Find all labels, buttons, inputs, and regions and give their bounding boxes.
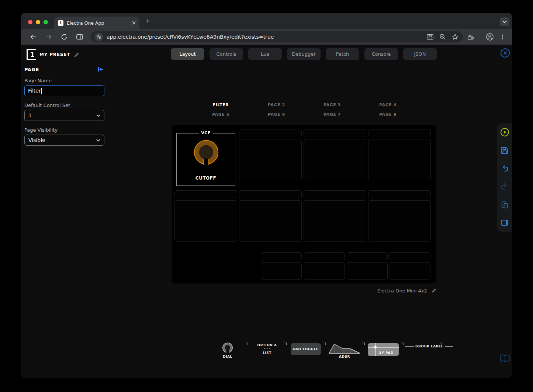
- pad-slot[interactable]: [304, 262, 345, 280]
- paste-icon[interactable]: [500, 200, 509, 209]
- pad-slot[interactable]: [390, 262, 430, 280]
- page-tab-8[interactable]: PAGE 8: [360, 110, 416, 119]
- zoom-window-button[interactable]: [44, 20, 48, 24]
- editor-tabs: Layout Controls Lua Debugger Patch Conso…: [171, 48, 437, 60]
- control-slot[interactable]: [239, 200, 302, 242]
- pad-slot[interactable]: [390, 252, 430, 260]
- site-info-button[interactable]: [95, 33, 103, 41]
- control-slot[interactable]: [304, 190, 366, 198]
- palette-divider: [362, 343, 365, 345]
- tab-close-icon[interactable]: [132, 21, 136, 25]
- cutoff-dial[interactable]: [192, 138, 220, 166]
- profile-avatar-icon[interactable]: [486, 33, 494, 41]
- edit-preset-pencil-icon[interactable]: [74, 52, 79, 58]
- visibility-label: Page Visibility: [24, 127, 104, 133]
- edit-device-pencil-icon[interactable]: [431, 288, 436, 293]
- collapse-panel-icon[interactable]: [98, 67, 104, 72]
- back-icon[interactable]: [30, 33, 37, 41]
- tab-patch[interactable]: Patch: [326, 48, 359, 60]
- redo-icon[interactable]: [500, 182, 509, 191]
- control-slot[interactable]: [174, 190, 237, 198]
- visibility-select[interactable]: Visible: [24, 135, 104, 146]
- page-tab-7[interactable]: PAGE 7: [304, 110, 360, 119]
- page-panel: PAGE Page Name Filter Default Control Se…: [24, 67, 104, 146]
- toolbar-right-cluster: [467, 33, 508, 41]
- tune-icon: [97, 35, 101, 39]
- control-set-select[interactable]: 1: [24, 110, 104, 121]
- save-icon[interactable]: [500, 146, 509, 155]
- control-label: CUTOFF: [177, 176, 235, 181]
- preset-name: MY PRESET: [39, 52, 70, 57]
- layout-canvas[interactable]: VCF CUTOFF: [171, 125, 436, 284]
- palette-list[interactable]: OPTION A ••• LIST: [254, 343, 280, 355]
- control-slot[interactable]: [304, 129, 366, 137]
- undo-icon[interactable]: [500, 164, 509, 173]
- tab-json[interactable]: JSON: [403, 48, 437, 60]
- page-tab-6[interactable]: PAGE 6: [249, 110, 304, 119]
- forward-icon[interactable]: [45, 33, 52, 41]
- control-slot[interactable]: [304, 139, 366, 180]
- control-slot[interactable]: [368, 190, 431, 198]
- pad-slot[interactable]: [261, 262, 302, 280]
- page-tabs: FILTER PAGE 2 PAGE 3 PAGE 4 PAGE 5 PAGE …: [193, 100, 416, 119]
- control-slot[interactable]: [174, 200, 237, 242]
- page-tab-4[interactable]: PAGE 4: [360, 100, 416, 110]
- pad-slot[interactable]: [261, 252, 302, 260]
- page-tab-2[interactable]: PAGE 2: [249, 100, 304, 110]
- pad-slot[interactable]: [304, 252, 345, 260]
- list-dots-icon: •••: [262, 347, 272, 350]
- vcf-group[interactable]: VCF CUTOFF: [176, 133, 235, 186]
- control-slot[interactable]: [368, 200, 431, 242]
- xy-pad-icon: XY PAD: [368, 343, 399, 356]
- electra-app: 1 MY PRESET Layout Controls Lua Debugger…: [21, 45, 512, 378]
- browser-tab[interactable]: 1 Electra One App: [54, 17, 139, 29]
- dial-icon: [222, 342, 233, 354]
- tab-layout[interactable]: Layout: [171, 48, 204, 60]
- preset-header: 1 MY PRESET: [27, 49, 79, 60]
- bookmark-star-icon[interactable]: [452, 34, 458, 40]
- palette-divider: [246, 343, 248, 345]
- documentation-book-icon[interactable]: [500, 354, 510, 363]
- page-tab-5[interactable]: PAGE 5: [193, 110, 249, 119]
- page-name-input[interactable]: Filter: [24, 85, 104, 96]
- control-slot[interactable]: [239, 139, 302, 180]
- palette-xy-pad[interactable]: XY PAD: [368, 343, 399, 356]
- midi-keyboard-icon[interactable]: [427, 34, 433, 40]
- pad-slot[interactable]: [347, 252, 388, 260]
- minimize-window-button[interactable]: [36, 20, 40, 24]
- new-tab-button[interactable]: [145, 18, 150, 24]
- tab-console[interactable]: Console: [364, 48, 398, 60]
- tab-title: Electra One App: [67, 20, 132, 26]
- run-preset-icon[interactable]: [500, 128, 509, 137]
- tab-controls[interactable]: Controls: [210, 48, 243, 60]
- url-text[interactable]: app.electra.one/preset/cRVi6svKYcLwe6A9n…: [107, 34, 421, 40]
- control-slot[interactable]: [239, 129, 302, 137]
- close-window-button[interactable]: [28, 20, 32, 24]
- toggle-panel-icon[interactable]: [500, 218, 509, 227]
- page-tab-3[interactable]: PAGE 3: [304, 100, 360, 110]
- zoom-out-icon[interactable]: [439, 34, 446, 40]
- tab-search-button[interactable]: [500, 17, 509, 26]
- menu-kebab-icon[interactable]: [499, 34, 505, 40]
- reload-icon[interactable]: [60, 33, 68, 41]
- palette-dial[interactable]: DIAL: [215, 342, 240, 358]
- pad-slot[interactable]: [347, 262, 388, 280]
- tab-lua[interactable]: Lua: [248, 48, 282, 60]
- side-panel-icon[interactable]: [76, 33, 83, 41]
- extensions-icon[interactable]: [467, 33, 474, 41]
- browser-tabstrip: 1 Electra One App: [21, 13, 512, 29]
- tab-debugger[interactable]: Debugger: [287, 48, 321, 60]
- adsr-envelope-icon: [328, 343, 361, 354]
- page-tab-filter[interactable]: FILTER: [193, 100, 249, 110]
- palette-pad-toggle[interactable]: PAD TOGGLE: [291, 343, 321, 355]
- palette-adsr[interactable]: ADSR: [328, 343, 361, 358]
- chevron-down-icon: [96, 139, 100, 142]
- control-slot[interactable]: [304, 200, 366, 242]
- address-bar[interactable]: app.electra.one/preset/cRVi6svKYcLwe6A9n…: [90, 31, 463, 42]
- palette-group-label[interactable]: GROUP LABEL: [405, 344, 453, 348]
- control-slot[interactable]: [239, 190, 302, 198]
- close-editor-icon[interactable]: [500, 48, 510, 58]
- palette-divider: [284, 343, 287, 345]
- control-slot[interactable]: [368, 129, 431, 137]
- control-slot[interactable]: [368, 139, 431, 180]
